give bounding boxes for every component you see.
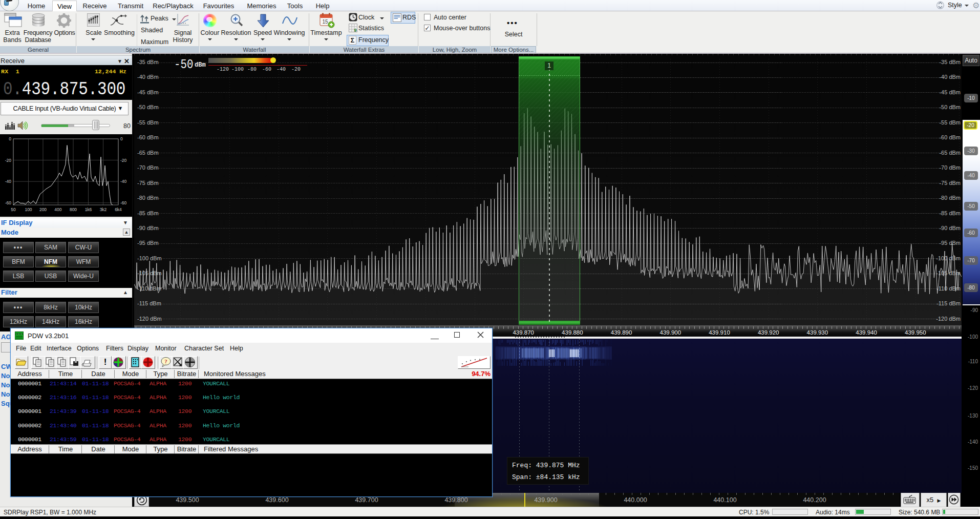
svg-text:3k2: 3k2 (100, 207, 107, 212)
svg-text:1k6: 1k6 (85, 207, 92, 212)
svg-text:200: 200 (39, 207, 47, 212)
svg-text:9: 9 (354, 28, 356, 33)
svg-text:100: 100 (25, 207, 32, 212)
svg-text:0: 0 (9, 136, 11, 141)
svg-text:-40: -40 (120, 179, 127, 184)
svg-text:15: 15 (322, 19, 328, 25)
svg-text:800: 800 (70, 207, 77, 212)
svg-text:0: 0 (120, 136, 123, 141)
svg-text:6k4: 6k4 (115, 207, 122, 212)
svg-text:-60: -60 (5, 200, 12, 205)
svg-text:50: 50 (11, 207, 16, 212)
svg-text:-20: -20 (5, 158, 12, 163)
svg-text:-40: -40 (5, 179, 12, 184)
svg-text:-60: -60 (120, 200, 127, 205)
svg-text:?: ? (164, 358, 167, 364)
svg-text:-20: -20 (120, 158, 127, 163)
svg-text:400: 400 (54, 207, 61, 212)
